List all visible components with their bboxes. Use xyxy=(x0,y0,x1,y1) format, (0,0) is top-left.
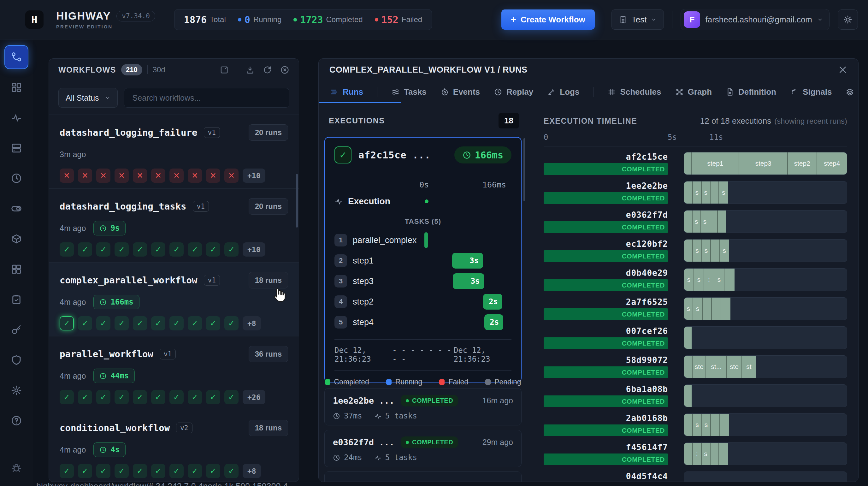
workflows-title: WORKFLOWS xyxy=(58,65,116,74)
theme-toggle-button[interactable] xyxy=(838,9,858,30)
duration-badge: 166ms xyxy=(454,146,512,163)
execution-card[interactable]: e0362f7d ...COMPLETED29m ago24ms5 tasks xyxy=(324,430,522,467)
stat-label: Failed xyxy=(402,15,422,24)
refresh-icon[interactable] xyxy=(263,65,272,74)
sidebar-item-clipboard-check[interactable] xyxy=(4,287,28,311)
status-dot xyxy=(406,441,409,444)
timeline-segment xyxy=(684,211,692,233)
timeline-row[interactable]: ec120bf2COMPLETEDsss xyxy=(544,239,847,262)
timeline-row[interactable]: 58d99072COMPLETEDstest...stest xyxy=(544,355,847,378)
timeline-segment: step3 xyxy=(739,152,787,175)
sidebar-item-package[interactable] xyxy=(4,227,28,251)
tab-runs[interactable]: Runs xyxy=(330,81,363,103)
tab-graph[interactable]: Graph xyxy=(675,81,712,103)
environment-selector[interactable]: Test xyxy=(612,9,664,30)
tab-tasks[interactable]: Tasks xyxy=(391,81,427,103)
sidebar-item-servers[interactable] xyxy=(4,136,28,160)
legend-item: Failed xyxy=(439,378,468,386)
timeline-axis: 05s11s xyxy=(532,133,851,144)
sidebar-item-workflow[interactable] xyxy=(4,45,28,69)
search-input[interactable] xyxy=(124,88,289,108)
workflow-name: datashard_logging_failure xyxy=(60,127,197,138)
completed-check-icon: ✓ xyxy=(335,146,351,163)
detail-tab-bar: RunsTasksEventsReplayLogsSchedulesGraphD… xyxy=(319,81,858,103)
close-icon[interactable] xyxy=(838,65,847,74)
timeline-row[interactable]: 04d5f4c4COMPLETED xyxy=(544,472,847,482)
timeline-row[interactable]: af2c15ceCOMPLETEDstep1step3step2step4 xyxy=(544,152,847,175)
tab-definition[interactable]: Definition xyxy=(726,81,776,103)
timeline-track: stest...stest xyxy=(684,355,847,378)
completed-run-chip: ✓ xyxy=(151,242,165,256)
workflow-list-item[interactable]: datashard_logging_tasksv120 runs4m ago9s… xyxy=(49,189,299,263)
sidebar-item-key[interactable] xyxy=(4,318,28,342)
stat-label: Total xyxy=(210,15,226,24)
status-progress-bar: COMPLETED xyxy=(544,395,668,407)
completed-run-chip: ✓ xyxy=(169,464,184,478)
workflow-list-item[interactable]: parallel_workflowv136 runs4m ago44ms✓✓✓✓… xyxy=(49,336,299,410)
execution-card[interactable]: 1ee2e2be ...COMPLETED16m ago37ms5 tasks xyxy=(324,388,522,425)
status-line: highway-dashboard/workflow/# 34 242.7.0 … xyxy=(36,482,288,486)
timeline-row[interactable]: 6ba1a08bCOMPLETED xyxy=(544,384,847,407)
sidebar-item-toggle[interactable] xyxy=(4,196,28,221)
timeline-row[interactable]: e0362f7dCOMPLETEDss xyxy=(544,210,847,233)
executions-scrollbar[interactable] xyxy=(523,138,525,201)
failed-run-chip: ✕ xyxy=(96,169,111,183)
status-filter-select[interactable]: All Status xyxy=(58,88,118,108)
workflow-list-item[interactable]: complex_parallel_workflowv118 runs4m ago… xyxy=(49,263,299,336)
status-progress-bar: COMPLETED xyxy=(544,366,668,378)
execution-id: 58d99072 xyxy=(544,355,668,366)
sidebar-item-shield[interactable] xyxy=(4,348,28,372)
tab-logs[interactable]: Logs xyxy=(547,81,579,103)
task-name: step1 xyxy=(353,256,374,266)
execution-card-partial[interactable] xyxy=(324,472,522,482)
tab-schedules[interactable]: Schedules xyxy=(608,81,661,103)
failed-run-chip: ✕ xyxy=(133,169,147,183)
clock-icon xyxy=(333,413,340,420)
timeline-row[interactable]: d0b40e29COMPLETEDss:s xyxy=(544,268,847,291)
sidebar-item-bug[interactable] xyxy=(4,456,28,480)
selected-execution-card[interactable]: ✓ af2c15ce ... 166ms 0s 166ms xyxy=(324,137,522,383)
timeline-row[interactable]: 007cef26COMPLETED xyxy=(544,326,847,349)
package-icon xyxy=(11,233,22,245)
sidebar-item-clock[interactable] xyxy=(4,166,28,190)
duration-value: 37ms xyxy=(344,412,362,420)
status-progress-bar: COMPLETED xyxy=(544,163,668,175)
download-icon[interactable] xyxy=(246,65,255,74)
user-menu[interactable]: F farsheed.ashouri@gmail.com xyxy=(681,9,830,30)
tab-replay[interactable]: Replay xyxy=(494,81,533,103)
timeline-segment: s xyxy=(684,269,694,291)
executions-column: EXECUTIONS 18 ✓ af2c15ce ... 166ms xyxy=(324,103,522,482)
workflow-list-item[interactable]: conditional_workflowv218 runs4m ago4s✓✓✓… xyxy=(49,410,299,482)
timeline-segment: ste xyxy=(727,356,742,378)
workflows-scrollbar[interactable] xyxy=(296,174,298,227)
start-timestamp: Dec 12, 21:36:23 xyxy=(335,346,392,364)
timeline-row[interactable]: 2ab0168bCOMPLETEDss xyxy=(544,414,847,436)
timeline-row[interactable]: 1ee2e2beCOMPLETEDsss xyxy=(544,181,847,204)
timeline-segment xyxy=(684,414,693,436)
stat-label: Completed xyxy=(326,15,363,24)
timeline-row[interactable]: 2a7f6525COMPLETEDss xyxy=(544,297,847,320)
sidebar-item-settings[interactable] xyxy=(4,378,28,402)
sidebar-item-dashboard[interactable] xyxy=(4,75,28,99)
completed-run-chip: ✓ xyxy=(115,464,129,478)
axis-end-label: 166ms xyxy=(483,180,506,189)
execution-time: 16m ago xyxy=(483,396,513,405)
select-all-icon[interactable] xyxy=(220,65,229,74)
completed-run-chip: ✓ xyxy=(96,390,111,404)
activity-icon xyxy=(11,112,22,123)
tab-signals[interactable]: Signals xyxy=(790,81,832,103)
sidebar-item-grid[interactable] xyxy=(4,257,28,281)
timeline-row[interactable]: f45614f7COMPLETED:s xyxy=(544,443,847,465)
timeline-segment: s xyxy=(684,298,693,320)
tab-events[interactable]: Events xyxy=(440,81,480,103)
sidebar-item-help[interactable] xyxy=(4,409,28,433)
timeline-segment: s xyxy=(720,240,729,262)
tab-update[interactable]: Update xyxy=(846,81,858,103)
workflow-list-item[interactable]: datashard_logging_failurev120 runs3m ago… xyxy=(49,115,299,189)
clear-icon[interactable] xyxy=(280,65,289,74)
tab-divider xyxy=(377,87,377,97)
sidebar-item-activity[interactable] xyxy=(4,106,28,130)
execution-id: d0b40e29 xyxy=(544,268,668,279)
legend-label: Pending xyxy=(494,378,521,386)
create-workflow-button[interactable]: + Create Workflow xyxy=(501,9,595,30)
